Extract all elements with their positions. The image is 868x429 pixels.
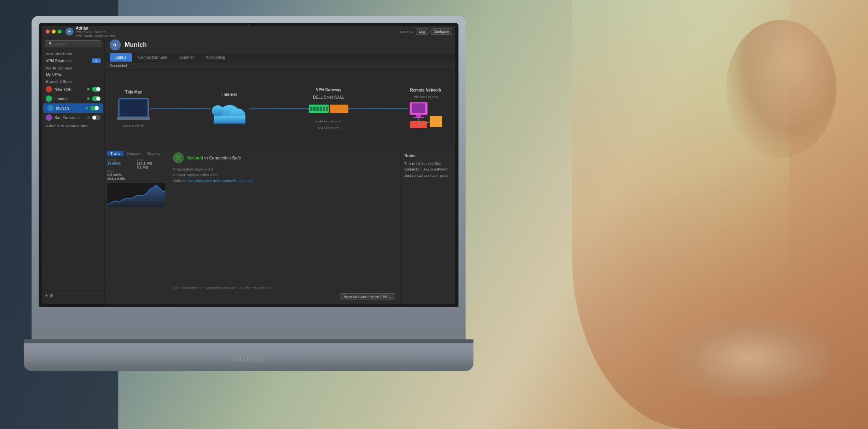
log-button[interactable]: Log xyxy=(416,28,428,35)
label-munich: Munich xyxy=(56,106,83,111)
svg-rect-12 xyxy=(316,107,319,111)
vpn-header: ✈ Munich xyxy=(105,37,455,53)
vpn-title: Munich xyxy=(125,41,147,49)
world-connect-header: World Connect xyxy=(42,65,105,71)
vpn-icon: ✈ xyxy=(110,39,121,51)
toggle-london[interactable] xyxy=(92,96,101,101)
traffic-lights xyxy=(46,30,62,34)
secured-text: Secured in Connection Safe xyxy=(187,155,241,160)
status-london xyxy=(87,97,90,100)
right-info-panel: Notes This is the equinux test connectio… xyxy=(400,148,455,304)
tsr-button[interactable]: Technical Support Report (TSR) ... xyxy=(340,293,395,300)
toggle-knob-ld xyxy=(96,97,100,101)
sidebar-item-london[interactable]: London xyxy=(42,94,105,103)
internet-label: Internet xyxy=(223,92,237,97)
avatar-london xyxy=(46,96,52,102)
vpn-tracker-app: ✈ Adrian VPN Tracker 365 VIP VPN Tracker… xyxy=(42,26,455,304)
screen-bezel: ✈ Adrian VPN Tracker 365 VIP VPN Tracker… xyxy=(39,23,458,307)
toggle-knob-ny xyxy=(96,87,100,91)
my-vpns-dots[interactable]: ··· xyxy=(97,72,101,77)
connector-1 xyxy=(150,109,210,109)
stat-current-label: Current xyxy=(107,159,136,161)
label-london: London xyxy=(54,97,85,101)
tab-accounting[interactable]: Accounting xyxy=(200,53,231,62)
title-bar-right: NIGHTLY Log Configure xyxy=(400,28,452,35)
laptop-svg xyxy=(117,97,150,121)
svg-rect-1 xyxy=(120,99,147,116)
other-vpn-header: Other VPN Connections xyxy=(42,122,105,129)
stat-total: Total 120.1 MB 5.1 MB xyxy=(137,159,166,169)
node-vpn-gateway: VPN Gateway DELL SonicWALL xyxy=(309,88,348,130)
macbook-frame: ✈ Adrian VPN Tracker 365 VIP VPN Tracker… xyxy=(32,16,466,371)
svg-rect-13 xyxy=(320,107,322,111)
configure-button[interactable]: Configure xyxy=(430,28,452,35)
website-link[interactable]: http://www.vpntracker.com/us/support.htm… xyxy=(187,179,254,183)
minimize-button[interactable] xyxy=(52,30,56,34)
network-diagram: This Mac 192.168.213.65 xyxy=(105,69,455,148)
org-value: equinux AG xyxy=(195,167,213,171)
user-sub1: VPN Tracker 365 VIP xyxy=(76,30,115,34)
toggle-knob-sf xyxy=(92,116,96,120)
stat-current-value: 10 MB/s xyxy=(107,161,136,165)
connected-badge: Connected xyxy=(105,62,455,69)
traffic-chart xyxy=(107,183,165,207)
cloud-svg xyxy=(210,100,249,126)
info-panel: 🛡 Secured in Connection Safe Organisatio… xyxy=(168,148,400,304)
search-placeholder: Search xyxy=(54,42,66,46)
status-san-francisco xyxy=(87,116,90,119)
branch-offices-header: Branch Offices xyxy=(42,78,105,84)
search-box[interactable]: 🔍 Search xyxy=(45,40,101,47)
avatar-munich xyxy=(47,105,54,111)
tab-status[interactable]: Status xyxy=(110,53,132,62)
my-vpns-row: My VPNs ··· xyxy=(42,71,105,78)
gateway-sub: DELL SonicWALL xyxy=(313,95,344,99)
contact-value: equinux sales team xyxy=(187,173,218,177)
traffic-tab-traffic[interactable]: Traffic xyxy=(107,151,123,156)
label-new-york: New York xyxy=(54,87,85,92)
tab-scanner[interactable]: Scanner xyxy=(174,53,199,62)
connector-2 xyxy=(249,109,309,109)
maximize-button[interactable] xyxy=(58,30,62,34)
main-layout: 🔍 Search VPN Shortcuts VPN Shortcuts ⊞ W xyxy=(42,37,455,304)
stat-peak: Peak 9.8 MB/s 393.1 Kb/s xyxy=(107,170,136,181)
shield-icon: 🛡 xyxy=(173,152,184,163)
sidebar-bottom: + ⚙ xyxy=(42,290,105,301)
remote-devices xyxy=(408,102,443,130)
sidebar-item-munich[interactable]: Munich xyxy=(43,103,103,113)
avatar-new-york xyxy=(46,86,52,92)
toggle-new-york[interactable] xyxy=(92,87,101,92)
status-munich xyxy=(86,107,88,109)
stat-peak-up: 9.8 MB/s xyxy=(107,173,136,177)
vpn-shortcuts-label: VPN Shortcuts xyxy=(46,59,72,63)
toggle-san-francisco[interactable] xyxy=(92,115,101,120)
sidebar-item-new-york[interactable]: New York xyxy=(42,84,105,94)
org-row: Organisation: equinux AG xyxy=(173,167,395,172)
svg-rect-10 xyxy=(310,107,312,111)
sidebar-item-san-francisco[interactable]: San Francisco xyxy=(42,113,105,122)
traffic-tab-network[interactable]: Network xyxy=(124,151,144,156)
last-connected: Last connected: 27. September 2018 at 15… xyxy=(173,286,395,290)
tab-connection-safe[interactable]: Connection Safe xyxy=(133,53,173,62)
gateway-url: vpntest.equinux.net xyxy=(315,120,342,123)
bottom-section: Traffic Network Security Current 10 MB/s xyxy=(105,148,455,304)
traffic-panel: Traffic Network Security Current 10 MB/s xyxy=(105,148,168,304)
svg-rect-17 xyxy=(412,103,425,113)
this-mac-label: This Mac xyxy=(125,90,142,94)
toggle-munich[interactable] xyxy=(90,106,99,111)
svg-rect-6 xyxy=(214,116,245,124)
gateway-ip: 104.145.236.73 xyxy=(318,126,340,130)
chart-svg xyxy=(107,183,165,207)
traffic-tab-security[interactable]: Security xyxy=(144,151,164,156)
close-button[interactable] xyxy=(46,30,50,34)
connector-3 xyxy=(348,109,408,109)
node-this-mac: This Mac 192.168.213.65 xyxy=(117,90,150,128)
svg-rect-11 xyxy=(313,107,316,111)
stat-total-label: Total xyxy=(137,159,166,161)
settings-icon[interactable]: ⚙ xyxy=(49,293,54,298)
add-icon[interactable]: + xyxy=(45,293,48,298)
router-svg xyxy=(309,103,348,116)
traffic-stats: Current 10 MB/s Total 120.1 MB 5.1 MB xyxy=(107,159,165,181)
svg-rect-9 xyxy=(330,105,348,113)
stat-current: Current 10 MB/s xyxy=(107,159,136,169)
avatar-san-francisco xyxy=(46,114,52,121)
